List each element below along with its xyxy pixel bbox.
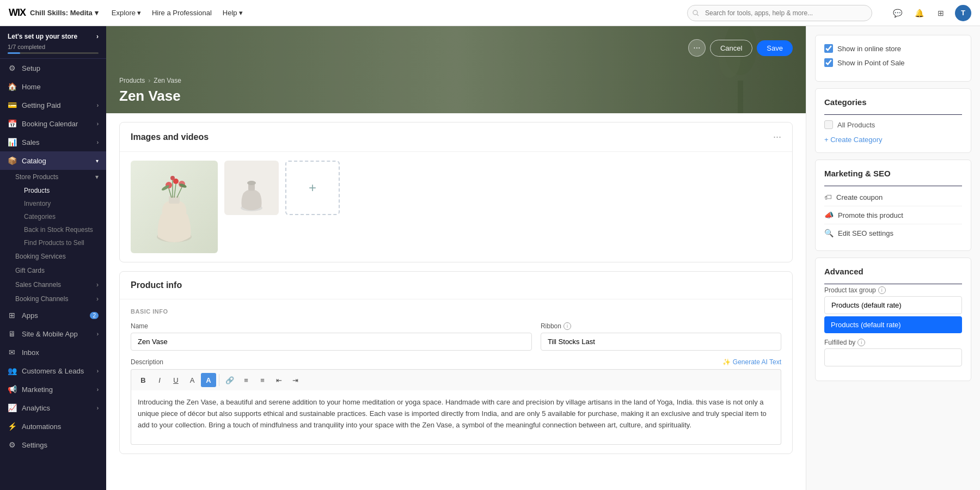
show-pos-row: Show in Point of Sale — [824, 58, 962, 67]
secondary-product-image[interactable] — [224, 161, 279, 215]
sidebar-item-settings[interactable]: ⚙ Settings — [0, 436, 106, 454]
sidebar-item-store-products[interactable]: Store Products ▾ — [15, 170, 106, 184]
svg-point-19 — [247, 181, 256, 185]
sidebar-item-analytics[interactable]: 📈 Analytics › — [0, 399, 106, 417]
show-pos-checkbox[interactable] — [824, 58, 833, 67]
calendar-icon: 📅 — [8, 119, 16, 128]
sidebar-item-inventory[interactable]: Inventory — [24, 197, 106, 210]
name-input[interactable] — [131, 333, 532, 351]
text-color-button[interactable]: A — [185, 373, 200, 387]
bold-button[interactable]: B — [136, 373, 151, 387]
add-image-button[interactable]: + — [285, 161, 340, 215]
sidebar-item-back-in-stock[interactable]: Back in Stock Requests — [24, 223, 106, 236]
promote-product-item[interactable]: 📣 Promote this product — [824, 206, 962, 224]
sidebar-item-setup[interactable]: ⚙ Setup — [0, 59, 106, 77]
indent-right-button[interactable]: ⇥ — [287, 373, 303, 387]
categories-section: Categories All Products + Create Categor… — [815, 88, 971, 153]
wix-logo-area[interactable]: WIX Chill Skills: Medita ▾ — [9, 7, 99, 19]
ribbon-group: Ribbon i — [541, 322, 781, 351]
main-product-image[interactable] — [131, 161, 218, 253]
explore-link[interactable]: Explore ▾ — [112, 9, 141, 17]
user-avatar[interactable]: T — [955, 5, 971, 21]
svg-point-0 — [693, 10, 697, 15]
sidebar-item-customers[interactable]: 👥 Customers & Leads › — [0, 362, 106, 380]
content-area: Products › Zen Vase Zen Vase ··· Cancel … — [106, 26, 980, 490]
description-group: Description ✨ Generate AI Text B I U — [131, 358, 781, 445]
sidebar-item-categories[interactable]: Categories — [24, 210, 106, 223]
more-options-button[interactable]: ··· — [688, 39, 706, 57]
search-input[interactable] — [687, 5, 872, 21]
description-area[interactable]: Introducing the Zen Vase, a beautiful an… — [131, 390, 781, 445]
site-name[interactable]: Chill Skills: Medita ▾ — [30, 9, 99, 17]
tax-dropdown-selected[interactable]: Products (default rate) — [824, 316, 962, 333]
create-category-button[interactable]: + Create Category — [824, 136, 962, 144]
ribbon-label: Ribbon i — [541, 322, 781, 330]
customers-chevron: › — [97, 368, 99, 374]
indent-left-button[interactable]: ⇤ — [271, 373, 286, 387]
images-section: Images and videos ··· — [119, 122, 793, 262]
page-title: Zen Vase — [119, 88, 688, 105]
sidebar-item-getting-paid[interactable]: 💳 Getting Paid › — [0, 96, 106, 114]
create-coupon-item[interactable]: 🏷 Create coupon — [824, 188, 962, 206]
sidebar-item-sales[interactable]: 📊 Sales › — [0, 133, 106, 151]
sidebar-item-home[interactable]: 🏠 Home — [0, 77, 106, 96]
underline-button[interactable]: U — [168, 373, 183, 387]
site-icon: 🖥 — [8, 329, 16, 338]
breadcrumb-current: Zen Vase — [154, 77, 181, 84]
sidebar-item-catalog[interactable]: 📦 Catalog ▾ — [0, 151, 106, 170]
breadcrumb-products[interactable]: Products — [119, 77, 145, 84]
edit-seo-item[interactable]: 🔍 Edit SEO settings — [824, 224, 962, 242]
sidebar-item-booking-services[interactable]: Booking Services — [15, 249, 106, 264]
grid-icon[interactable]: ⊞ — [933, 5, 948, 21]
fulfilled-by-label: Fulfilled by i — [824, 339, 962, 346]
images-more-button[interactable]: ··· — [773, 131, 781, 143]
setup-section[interactable]: Let's set up your store › 1/7 completed — [0, 26, 106, 59]
help-chevron: ▾ — [239, 9, 243, 17]
bell-icon[interactable]: 🔔 — [911, 5, 927, 21]
sidebar-item-gift-cards[interactable]: Gift Cards — [15, 264, 106, 278]
italic-button[interactable]: I — [152, 373, 167, 387]
sidebar-item-marketing[interactable]: 📢 Marketing › — [0, 380, 106, 399]
sidebar-item-sales-channels[interactable]: Sales Channels › — [15, 278, 106, 292]
booking-calendar-chevron: › — [97, 121, 99, 127]
sidebar-item-site-mobile[interactable]: 🖥 Site & Mobile App › — [0, 324, 106, 343]
setup-icon: ⚙ — [8, 64, 16, 72]
analytics-chevron: › — [97, 405, 99, 411]
sidebar-item-booking-channels[interactable]: Booking Channels › — [15, 292, 106, 306]
svg-point-10 — [170, 176, 175, 180]
sidebar: Let's set up your store › 1/7 completed … — [0, 26, 106, 490]
svg-line-1 — [697, 14, 699, 16]
show-online-store-checkbox[interactable] — [824, 44, 833, 53]
sidebar-item-apps[interactable]: ⊞ Apps 2 — [0, 306, 106, 324]
description-toolbar: B I U A A 🔗 ≡ ≡ ⇤ ⇥ — [131, 369, 781, 390]
wix-logo: WIX — [9, 7, 26, 19]
sidebar-item-products[interactable]: Products — [24, 184, 106, 197]
tax-group-select[interactable]: Products (default rate) — [824, 296, 962, 314]
chat-icon[interactable]: 💬 — [890, 5, 905, 21]
generate-ai-button[interactable]: ✨ Generate AI Text — [722, 358, 781, 366]
ribbon-info-icon[interactable]: i — [564, 322, 571, 330]
sidebar-item-automations[interactable]: ⚡ Automations — [0, 417, 106, 436]
sidebar-item-booking-calendar[interactable]: 📅 Booking Calendar › — [0, 114, 106, 133]
sidebar-item-find-products[interactable]: Find Products to Sell — [24, 236, 106, 249]
tax-info-icon[interactable]: i — [878, 286, 886, 294]
sidebar-item-inbox[interactable]: ✉ Inbox — [0, 343, 106, 362]
basic-info-label: BASIC INFO — [131, 308, 781, 315]
link-button[interactable]: 🔗 — [222, 373, 237, 387]
help-link[interactable]: Help ▾ — [223, 9, 243, 17]
unordered-list-button[interactable]: ≡ — [238, 373, 254, 387]
promote-product-label: Promote this product — [838, 211, 903, 219]
all-products-checkbox[interactable] — [824, 120, 833, 129]
coupon-icon: 🏷 — [824, 193, 832, 201]
text-highlight-button[interactable]: A — [201, 373, 216, 387]
ribbon-input[interactable] — [541, 333, 781, 351]
save-button[interactable]: Save — [757, 40, 793, 56]
fulfilled-by-select[interactable] — [824, 348, 962, 366]
visibility-section: Show in online store Show in Point of Sa… — [815, 35, 971, 82]
cancel-button[interactable]: Cancel — [710, 40, 752, 57]
ordered-list-button[interactable]: ≡ — [255, 373, 270, 387]
fulfilled-info-icon[interactable]: i — [857, 339, 865, 346]
tax-group-label: Product tax group i — [824, 286, 962, 294]
create-coupon-label: Create coupon — [836, 193, 883, 201]
hire-professional-link[interactable]: Hire a Professional — [152, 9, 212, 17]
